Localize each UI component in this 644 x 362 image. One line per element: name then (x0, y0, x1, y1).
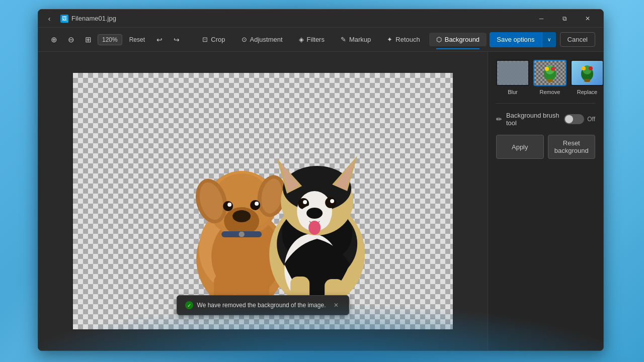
zoom-controls: ⊕ ⊖ ⊞ 120% Reset ↩ ↪ (46, 32, 184, 47)
tab-filters[interactable]: ◈ Filters (292, 33, 332, 46)
check-icon: ✓ (187, 303, 191, 308)
image-canvas: ✓ We have removed the background of the … (73, 73, 453, 329)
svg-point-39 (308, 221, 320, 235)
svg-point-15 (255, 202, 259, 206)
toast-message: We have removed the background of the im… (197, 302, 326, 309)
back-button[interactable]: ‹ (42, 12, 56, 26)
app-icon: 🖼 (60, 15, 68, 23)
back-icon: ‹ (48, 15, 51, 23)
brush-tool-row: ✏ Background brush tool Off (496, 112, 595, 127)
redo-icon: ↪ (174, 36, 180, 44)
tab-markup[interactable]: ✎ Markup (334, 33, 378, 46)
app-window: ‹ 🖼 Filename01.jpg ─ ⧉ ✕ ⊕ ⊖ ⊞ 120% Rese… (38, 9, 604, 351)
undo-icon: ↩ (156, 36, 163, 44)
svg-point-38 (306, 208, 323, 219)
fit-icon: ⊞ (85, 35, 92, 44)
svg-point-11 (232, 210, 251, 222)
zoom-level: 120% (98, 34, 122, 45)
cancel-button[interactable]: Cancel (560, 32, 595, 47)
toolbar-actions: Save options ∨ Cancel (490, 32, 595, 47)
bg-option-replace[interactable]: Replace (571, 60, 603, 95)
nav-tools: ⊡ Crop ⊙ Adjustment ◈ Filters ✎ Markup ✦… (194, 33, 488, 46)
window-title: Filename01.jpg (71, 15, 530, 22)
blur-label: Blur (508, 89, 518, 95)
svg-point-17 (238, 231, 245, 237)
zoom-out-button[interactable]: ⊖ (63, 32, 78, 47)
bg-option-remove[interactable]: Remove (533, 60, 567, 95)
svg-point-51 (551, 67, 555, 71)
toast-success-icon: ✓ (185, 301, 193, 309)
chevron-down-icon: ∨ (547, 37, 551, 42)
svg-point-12 (223, 201, 233, 211)
svg-rect-53 (547, 79, 553, 82)
save-options-button[interactable]: Save options ∨ (490, 32, 555, 47)
background-options: Blur Remove (496, 60, 595, 95)
zoom-in-button[interactable]: ⊕ (46, 32, 61, 47)
svg-point-57 (582, 66, 586, 70)
minimize-button[interactable]: ─ (530, 10, 553, 28)
background-icon: ⬡ (436, 36, 442, 43)
zoom-out-icon: ⊖ (68, 35, 74, 44)
svg-point-36 (330, 199, 334, 203)
toast-close-button[interactable]: ✕ (332, 301, 341, 310)
divider-1 (496, 103, 595, 104)
retouch-icon: ✦ (387, 36, 392, 43)
bg-option-remove-thumb (533, 60, 567, 86)
tab-adjustment[interactable]: ⊙ Adjustment (234, 33, 290, 46)
svg-point-52 (545, 67, 549, 71)
svg-point-14 (227, 203, 231, 207)
brush-toggle[interactable] (564, 114, 584, 124)
blur-overlay (497, 61, 528, 85)
save-options-dropdown-button[interactable]: ∨ (542, 32, 556, 47)
close-icon: ✕ (334, 302, 339, 309)
toggle-state-label: Off (587, 116, 595, 123)
fit-button[interactable]: ⊞ (80, 32, 96, 47)
canvas-area: ✓ We have removed the background of the … (38, 52, 488, 350)
bg-option-blur[interactable]: Blur (496, 60, 529, 95)
filters-icon: ◈ (299, 36, 304, 43)
replace-parrot-icon (577, 63, 597, 83)
brush-tool-label: Background brush tool (506, 112, 560, 127)
close-button[interactable]: ✕ (576, 10, 599, 28)
action-buttons: Apply Reset background (496, 135, 595, 159)
svg-point-13 (250, 200, 260, 210)
bg-option-replace-thumb (571, 60, 603, 86)
toast-notification: ✓ We have removed the background of the … (177, 295, 350, 315)
remove-label: Remove (540, 89, 560, 95)
zoom-in-icon: ⊕ (51, 35, 57, 44)
window-controls: ─ ⧉ ✕ (530, 10, 599, 28)
tab-retouch[interactable]: ✦ Retouch (380, 33, 427, 46)
undo-button[interactable]: ↩ (152, 32, 167, 47)
tab-crop[interactable]: ⊡ Crop (195, 33, 232, 46)
replace-label: Replace (577, 89, 597, 95)
markup-icon: ✎ (341, 36, 346, 43)
reset-button[interactable]: Reset (124, 34, 150, 45)
toggle-container: Off (564, 114, 595, 124)
tab-background[interactable]: ⬡ Background (429, 33, 487, 46)
restore-button[interactable]: ⧉ (553, 10, 576, 28)
apply-button[interactable]: Apply (496, 135, 544, 159)
crop-icon: ⊡ (202, 36, 208, 43)
save-options-main-button[interactable]: Save options (490, 33, 541, 46)
title-bar: ‹ 🖼 Filename01.jpg ─ ⧉ ✕ (38, 10, 603, 28)
main-content: ✓ We have removed the background of the … (38, 52, 603, 350)
svg-point-56 (589, 66, 593, 70)
main-toolbar: ⊕ ⊖ ⊞ 120% Reset ↩ ↪ ⊡ Crop ⊙ (38, 28, 603, 52)
svg-point-35 (303, 200, 307, 204)
dogs-image (164, 103, 380, 314)
svg-point-34 (325, 197, 336, 208)
right-sidebar: Blur Remove (488, 52, 603, 350)
reset-background-button[interactable]: Reset background (548, 135, 596, 159)
pencil-icon: ✏ (496, 115, 502, 123)
adjustment-icon: ⊙ (242, 36, 247, 43)
svg-rect-58 (584, 79, 590, 82)
redo-button[interactable]: ↪ (169, 32, 184, 47)
remove-parrot-icon (540, 63, 560, 83)
bg-option-blur-thumb (496, 60, 529, 86)
